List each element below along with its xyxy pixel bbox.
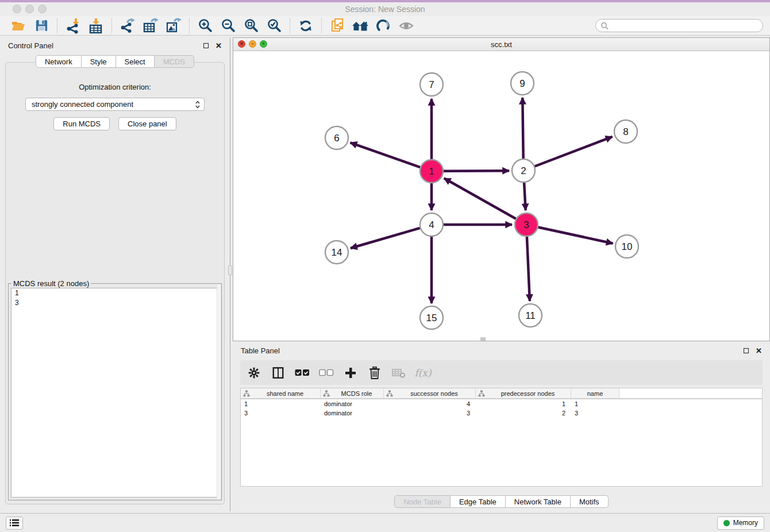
column-header-successor-nodes[interactable]: successor nodes	[384, 388, 476, 398]
show-graphics-details-button[interactable]	[395, 17, 418, 34]
zoom-selected-button[interactable]	[263, 17, 286, 34]
node-label-4: 4	[429, 219, 434, 230]
select-all-columns-button[interactable]	[294, 365, 310, 381]
delete-columns-button[interactable]	[367, 365, 383, 381]
network-minimize-button[interactable]: −	[249, 40, 256, 48]
edge-3-10[interactable]	[538, 227, 613, 243]
network-canvas[interactable]: 7968124314101511	[233, 51, 769, 341]
canvas-scrollbar-thumb[interactable]	[480, 337, 486, 341]
close-panel-icon[interactable]: ✕	[215, 42, 222, 49]
apply-style-icon	[376, 18, 391, 33]
network-graph[interactable]: 7968124314101511	[233, 51, 769, 341]
tab-node-table[interactable]: Node Table	[394, 495, 451, 508]
open-folder-icon	[11, 18, 26, 33]
zoom-window-button[interactable]	[38, 5, 47, 13]
tab-select[interactable]: Select	[116, 55, 155, 68]
tab-mcds[interactable]: MCDS	[155, 55, 194, 68]
criterion-dropdown[interactable]: strongly connected component	[25, 98, 205, 111]
network-close-button[interactable]: ✕	[238, 40, 245, 48]
home-button[interactable]	[349, 17, 372, 34]
search-input[interactable]	[611, 22, 758, 30]
float-panel-icon[interactable]	[744, 348, 749, 353]
memory-button[interactable]: Memory	[717, 516, 764, 530]
zoom-out-button[interactable]	[217, 17, 240, 34]
node-label-1: 1	[429, 166, 434, 177]
edge-1-2[interactable]	[444, 171, 509, 171]
import-table-icon	[88, 18, 104, 34]
export-table-button[interactable]	[139, 17, 162, 34]
tab-style[interactable]: Style	[82, 55, 116, 68]
show-columns-button[interactable]	[270, 365, 286, 381]
edge-2-9[interactable]	[522, 98, 523, 159]
edge-4-14[interactable]	[351, 228, 420, 248]
result-list-scrollbar[interactable]	[217, 284, 221, 499]
apply-style-button[interactable]	[372, 17, 395, 34]
float-panel-icon[interactable]	[203, 43, 209, 48]
cell-MCDS-role[interactable]: dominator	[321, 399, 384, 408]
result-item[interactable]: 3	[11, 298, 218, 308]
column-header-predecessor-nodes[interactable]: predecessor nodes	[476, 388, 571, 398]
tab-network-table[interactable]: Network Table	[506, 495, 571, 508]
edge-3-1[interactable]	[444, 178, 516, 218]
clone-network-button[interactable]	[326, 17, 349, 34]
tab-motifs[interactable]: Motifs	[571, 495, 609, 508]
edge-3-11[interactable]	[527, 237, 530, 301]
function-builder-button[interactable]: f(x)	[415, 365, 431, 381]
column-header-MCDS-role[interactable]: MCDS role	[321, 388, 384, 398]
import-table-button[interactable]	[84, 17, 107, 34]
export-network-button[interactable]	[116, 17, 139, 34]
cell-shared-name[interactable]: 3	[241, 408, 321, 418]
tab-network[interactable]: Network	[36, 55, 82, 68]
search-field[interactable]	[595, 19, 763, 32]
zoom-in-button[interactable]	[194, 17, 217, 34]
titlebar[interactable]: Session: New Session	[0, 2, 770, 16]
cell-MCDS-role[interactable]: dominator	[321, 408, 384, 418]
edge-2-8[interactable]	[535, 137, 613, 167]
close-window-button[interactable]	[13, 5, 21, 13]
mcds-result-list[interactable]: 13	[11, 288, 219, 498]
task-history-button[interactable]	[6, 516, 23, 530]
refresh-icon	[298, 18, 313, 33]
table-panel: Table Panel ✕	[233, 342, 770, 511]
close-panel-icon[interactable]: ✕	[756, 347, 762, 354]
deselect-all-columns-button[interactable]	[318, 365, 334, 381]
cell-successor-nodes[interactable]: 3	[384, 408, 476, 418]
refresh-button[interactable]	[294, 17, 317, 34]
cell-predecessor-nodes[interactable]: 2	[476, 408, 571, 418]
export-image-button[interactable]	[162, 17, 185, 34]
column-header-name[interactable]: name	[571, 388, 619, 398]
cell-predecessor-nodes[interactable]: 1	[476, 399, 571, 408]
close-panel-button[interactable]: Close panel	[118, 117, 176, 130]
zoom-fit-button[interactable]	[240, 17, 263, 34]
panel-splitter-handle[interactable]	[228, 265, 232, 275]
cell-name[interactable]: 3	[571, 408, 619, 418]
network-zoom-button[interactable]: +	[260, 40, 267, 48]
window-traffic-lights[interactable]	[13, 5, 47, 13]
network-window-titlebar[interactable]: ✕ − + scc.txt	[233, 38, 769, 51]
optimization-criterion-label: Optimization criterion:	[79, 83, 151, 91]
edge-2-3[interactable]	[524, 183, 526, 210]
cell-name[interactable]: 1	[571, 399, 619, 408]
add-column-button[interactable]	[342, 365, 359, 381]
result-item[interactable]: 1	[11, 288, 218, 298]
save-session-button[interactable]	[30, 17, 53, 34]
table-row[interactable]: 3dominator323	[241, 408, 762, 418]
open-session-button[interactable]	[7, 17, 30, 34]
column-header-shared-name[interactable]: shared name	[241, 388, 321, 398]
delete-table-button[interactable]	[391, 365, 407, 381]
import-network-button[interactable]	[61, 17, 84, 34]
column-type-icon	[386, 390, 393, 397]
table-panel-title: Table Panel	[241, 346, 280, 355]
edge-1-6[interactable]	[351, 142, 421, 167]
run-mcds-button[interactable]: Run MCDS	[53, 117, 110, 130]
node-table[interactable]: shared nameMCDS rolesuccessor nodesprede…	[240, 388, 763, 487]
zoom-fit-icon	[244, 18, 259, 33]
table-row[interactable]: 1dominator411	[241, 399, 762, 408]
cell-shared-name[interactable]: 1	[241, 399, 321, 408]
toolbar-separator	[321, 18, 322, 33]
minimize-window-button[interactable]	[25, 5, 34, 13]
table-options-button[interactable]	[246, 365, 262, 381]
node-label-6: 6	[334, 133, 339, 144]
cell-successor-nodes[interactable]: 4	[384, 399, 476, 408]
tab-edge-table[interactable]: Edge Table	[451, 495, 506, 508]
